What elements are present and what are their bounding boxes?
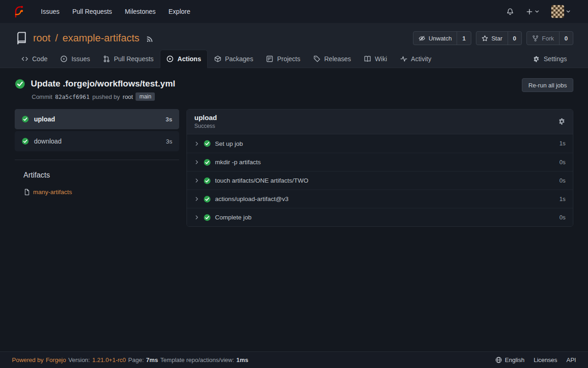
- star-icon: [481, 35, 488, 42]
- sidebar-divider: [15, 160, 179, 160]
- top-navbar: Issues Pull Requests Milestones Explore: [0, 0, 588, 23]
- tab-label: Wiki: [375, 55, 387, 63]
- stars-count[interactable]: 0: [508, 32, 521, 45]
- pushed-by-text: pushed by: [92, 93, 120, 100]
- forks-count[interactable]: 0: [559, 32, 573, 45]
- chevron-right-icon: [194, 196, 199, 201]
- api-link[interactable]: API: [566, 356, 576, 363]
- repo-header: root / example-artifacts U: [0, 23, 588, 68]
- job-detail-card: upload Success Set up job 1s: [187, 109, 573, 227]
- step-duration: 0s: [560, 159, 565, 166]
- job-item-upload[interactable]: upload 3s: [15, 109, 179, 129]
- tab-label: Settings: [543, 55, 567, 63]
- success-check-icon: [204, 177, 211, 184]
- success-check-icon: [204, 159, 211, 166]
- nav-pull-requests[interactable]: Pull Requests: [66, 8, 118, 15]
- language-selector[interactable]: English: [495, 356, 525, 363]
- tab-code[interactable]: Code: [15, 50, 54, 68]
- chevron-right-icon: [194, 141, 199, 146]
- tag-icon: [313, 55, 321, 63]
- fork-button[interactable]: Fork: [527, 32, 559, 45]
- template-time-label: Template repo/actions/view:: [160, 356, 234, 363]
- job-detail-titles: upload Success: [194, 114, 217, 129]
- tab-issues[interactable]: Issues: [54, 50, 96, 68]
- user-menu-button[interactable]: [546, 0, 576, 23]
- commit-author-link[interactable]: root: [123, 93, 133, 100]
- tab-wiki[interactable]: Wiki: [357, 50, 393, 68]
- commit-sha-link[interactable]: 82a5cf6961: [55, 93, 90, 100]
- repo-icon: [15, 31, 28, 45]
- nav-milestones[interactable]: Milestones: [119, 8, 162, 15]
- chevron-down-icon: [566, 9, 571, 14]
- star-button[interactable]: Star: [476, 32, 508, 45]
- rss-icon[interactable]: [146, 35, 153, 43]
- success-check-icon: [204, 214, 211, 221]
- repo-owner-link[interactable]: root: [33, 32, 51, 44]
- step-row-upload-artifact[interactable]: actions/upload-artifact@v3 1s: [187, 190, 573, 208]
- fork-icon: [532, 35, 539, 42]
- tab-releases[interactable]: Releases: [307, 50, 357, 68]
- tab-activity[interactable]: Activity: [394, 50, 438, 68]
- chevron-right-icon: [194, 215, 199, 220]
- tab-settings[interactable]: Settings: [526, 50, 573, 68]
- repo-actions: Unwatch 1 Star 0: [413, 31, 573, 45]
- watchers-count[interactable]: 1: [457, 32, 470, 45]
- success-check-icon: [22, 138, 29, 145]
- unwatch-button-group: Unwatch 1: [413, 31, 471, 45]
- artifact-download-link[interactable]: many-artifacts: [33, 189, 72, 196]
- template-time-value: 1ms: [237, 356, 249, 363]
- tab-actions[interactable]: Actions: [160, 50, 207, 68]
- forgejo-logo-icon[interactable]: [12, 5, 25, 18]
- step-row-mkdir[interactable]: mkdir -p artifacts 0s: [187, 153, 573, 171]
- tab-label: Pull Requests: [114, 55, 153, 63]
- tab-projects[interactable]: Projects: [260, 50, 307, 68]
- tab-label: Actions: [177, 55, 201, 63]
- create-new-button[interactable]: [520, 0, 545, 23]
- repo-separator: /: [55, 32, 58, 44]
- nav-issues[interactable]: Issues: [35, 8, 65, 15]
- step-duration: 0s: [560, 214, 565, 221]
- tab-pull-requests[interactable]: Pull Requests: [96, 50, 160, 68]
- book-icon: [364, 55, 371, 63]
- tab-label: Packages: [225, 55, 253, 63]
- job-name: upload: [34, 115, 55, 123]
- nav-explore[interactable]: Explore: [163, 8, 196, 15]
- tab-packages[interactable]: Packages: [208, 50, 260, 68]
- step-row-setup-job[interactable]: Set up job 1s: [187, 134, 573, 153]
- forgejo-link[interactable]: Forgejo: [46, 356, 66, 363]
- notifications-button[interactable]: [501, 0, 520, 23]
- version-link[interactable]: 1.21.0+1-rc0: [92, 356, 126, 363]
- tab-label: Code: [32, 55, 47, 63]
- chevron-right-icon: [194, 160, 199, 165]
- run-titles: Update .forgejo/workflows/test.yml Commi…: [31, 78, 175, 101]
- repo-name-link[interactable]: example-artifacts: [62, 32, 140, 44]
- rerun-all-jobs-button[interactable]: Re-run all jobs: [522, 78, 573, 92]
- success-check-icon: [22, 115, 29, 123]
- step-row-complete-job[interactable]: Complete job 0s: [187, 208, 573, 226]
- job-item-download[interactable]: download 3s: [15, 131, 179, 151]
- artifacts-heading: Artifacts: [15, 171, 179, 179]
- step-row-touch-artifacts[interactable]: touch artifacts/ONE artifacts/TWO 0s: [187, 171, 573, 190]
- step-duration: 1s: [560, 196, 565, 202]
- eye-slash-icon: [418, 35, 425, 42]
- actions-run-view: Update .forgejo/workflows/test.yml Commi…: [0, 68, 588, 351]
- branch-badge[interactable]: main: [136, 92, 155, 101]
- job-detail-header: upload Success: [187, 109, 573, 134]
- issue-circle-dot-icon: [60, 55, 68, 63]
- step-duration: 0s: [560, 178, 565, 184]
- fork-button-group: Fork 0: [526, 31, 573, 45]
- unwatch-button[interactable]: Unwatch: [413, 32, 457, 45]
- success-check-icon: [204, 196, 211, 203]
- plus-icon: [526, 8, 533, 15]
- success-check-icon: [204, 140, 211, 147]
- job-options-gear-icon[interactable]: [558, 118, 565, 125]
- star-label: Star: [492, 35, 503, 42]
- project-board-icon: [266, 55, 273, 63]
- powered-by-link[interactable]: Powered by: [12, 356, 44, 363]
- footer-left: Powered by Forgejo Version: 1.21.0+1-rc0…: [12, 356, 249, 363]
- language-label: English: [505, 356, 525, 363]
- commit-line: Commit 82a5cf6961 pushed by root main: [31, 92, 175, 101]
- licenses-link[interactable]: Licenses: [534, 356, 557, 363]
- run-columns: upload 3s download 3s Artifacts many-art…: [15, 109, 573, 227]
- bell-icon: [506, 8, 514, 16]
